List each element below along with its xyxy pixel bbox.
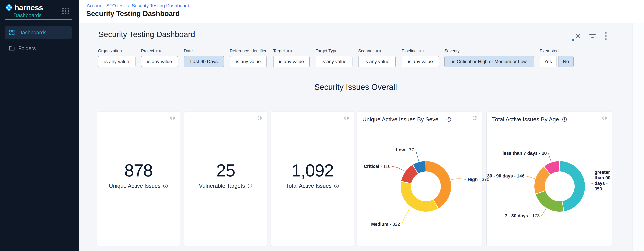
stat-label: Unique Active Issues [97, 183, 180, 189]
stat-card-unique-active-issues: 878 Unique Active Issues [97, 112, 180, 246]
breadcrumb-account-link[interactable]: Account: STO test [87, 3, 125, 8]
folder-icon [9, 46, 15, 51]
sidebar-item-folders[interactable]: Folders [5, 42, 72, 55]
filter-organization[interactable]: is any value [98, 56, 136, 67]
globe-icon[interactable] [344, 115, 349, 120]
filter-label-organization: Organization [98, 48, 122, 53]
breadcrumb-page-link[interactable]: Security Testing Dashboard [132, 3, 189, 8]
filter-reference-identifier[interactable]: is any value [230, 56, 267, 67]
globe-icon[interactable] [602, 115, 607, 120]
stat-card-total-active-issues: 1,092 Total Active Issues [271, 112, 354, 246]
close-icon[interactable] [573, 31, 583, 41]
globe-icon[interactable] [472, 115, 477, 120]
kebab-menu-icon[interactable] [601, 31, 611, 41]
filter-target-type[interactable]: is any value [316, 56, 352, 67]
filter-pipeline[interactable]: is any value [402, 56, 439, 67]
harness-logo-icon [5, 3, 14, 12]
info-icon[interactable] [334, 183, 339, 188]
sidebar: harness Dashboards Dashboards Folders [0, 0, 78, 251]
link-icon [156, 49, 161, 53]
scrollbar-track[interactable] [632, 0, 644, 251]
chart-card-issues-by-severity: Unique Active Issues By Seve... [357, 112, 482, 246]
brand-wordmark: harness [14, 3, 43, 12]
link-icon [376, 49, 381, 53]
globe-icon[interactable] [170, 115, 175, 120]
stat-value: 878 [97, 161, 180, 181]
filter-label-scanner: Scanner [358, 48, 381, 53]
filter-label-target: Target [273, 48, 292, 53]
filter-target[interactable]: is any value [273, 56, 310, 67]
dashboards-icon [9, 30, 15, 35]
filter-scanner[interactable]: is any value [358, 56, 396, 67]
link-icon [418, 49, 424, 53]
stat-value: 25 [184, 161, 267, 181]
dashboard-title: Security Testing Dashboard [98, 30, 195, 39]
filter-project[interactable]: is any value [141, 56, 178, 67]
info-icon[interactable] [562, 117, 567, 122]
sidebar-item-label: Folders [18, 45, 36, 51]
page-title: Security Testing Dashboard [86, 9, 180, 18]
stat-label: Vulnerable Targets [184, 183, 267, 189]
stat-value: 1,092 [271, 161, 354, 181]
chart-title: Unique Active Issues By Seve... [362, 116, 451, 123]
filter-label-severity: Severity [444, 48, 460, 53]
chart-card-issues-by-age: Total Active Issues By Age [486, 112, 612, 246]
filter-icon[interactable] [588, 31, 597, 41]
filter-label-target-type: Target Type [316, 48, 338, 53]
brand-divider [5, 19, 72, 20]
globe-icon[interactable] [257, 115, 262, 120]
product-label: Dashboards [14, 12, 42, 18]
app-switcher-icon[interactable] [62, 7, 69, 15]
stat-card-vulnerable-targets: 25 Vulnerable Targets [184, 112, 267, 246]
stat-label: Total Active Issues [271, 183, 354, 189]
filter-label-pipeline: Pipeline [402, 48, 424, 53]
sidebar-item-dashboards[interactable]: Dashboards [5, 26, 72, 39]
filter-exempted-yes[interactable]: Yes [540, 56, 556, 67]
filter-exempted-no[interactable]: No [558, 56, 574, 67]
top-header: Account: STO test › Security Testing Das… [78, 0, 644, 23]
info-icon[interactable] [446, 117, 451, 122]
filter-severity[interactable]: is Critical or High or Medium or Low [444, 56, 534, 67]
chart-title: Total Active Issues By Age [492, 116, 567, 123]
breadcrumb: Account: STO test › Security Testing Das… [87, 3, 189, 8]
sidebar-item-label: Dashboards [18, 30, 46, 36]
harness-logo[interactable]: harness [5, 3, 43, 12]
link-icon [287, 49, 292, 53]
breadcrumb-separator: › [128, 3, 129, 8]
info-icon[interactable] [163, 183, 168, 188]
filter-date[interactable]: Last 90 Days [184, 56, 224, 67]
info-icon[interactable] [247, 183, 252, 188]
cursor-dot [572, 39, 574, 41]
filter-label-exempted: Exempted [540, 48, 559, 53]
filter-label-project: Project [141, 48, 161, 53]
filter-label-date: Date [184, 48, 193, 53]
section-title: Security Issues Overall [78, 82, 633, 92]
filter-label-reference-identifier: Reference Identifier [230, 48, 266, 53]
